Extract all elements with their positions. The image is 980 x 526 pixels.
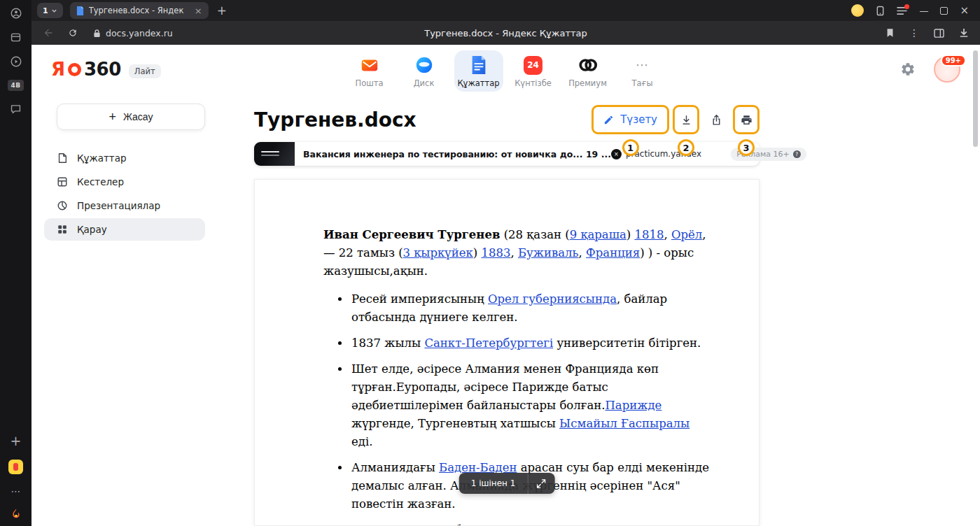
logo-lite-badge: Лайт <box>129 64 161 78</box>
rail-more-icon[interactable]: ⋯ <box>11 486 21 496</box>
tab-close-icon[interactable]: × <box>195 6 202 15</box>
practicum-logo-icon: × <box>611 149 622 159</box>
edit-button[interactable]: Түзету <box>594 108 666 132</box>
share-button[interactable] <box>704 108 728 132</box>
nav-item-mail[interactable]: Пошта <box>345 50 394 92</box>
annotation-box-1: Түзету 1 <box>592 105 669 134</box>
notification-dot <box>904 4 909 9</box>
yandex-360-logo[interactable]: Я 360 Лайт <box>51 59 161 80</box>
doc-link[interactable]: 3 қыркүйек <box>403 246 473 260</box>
doc-favicon <box>76 6 84 15</box>
sidebar-item-label: Құжаттар <box>77 152 127 164</box>
minimize-button[interactable]: — <box>919 6 928 15</box>
doc-link[interactable]: Парижде <box>605 399 662 412</box>
expand-icon <box>537 479 546 488</box>
doc-link[interactable]: Буживаль <box>518 246 579 260</box>
notifications-icon[interactable] <box>897 6 907 15</box>
doc-link[interactable]: Санкт-Петербургтегі <box>424 336 553 350</box>
browser-flame-icon[interactable] <box>10 508 22 520</box>
downloads-icon[interactable] <box>959 28 969 38</box>
nav-item-disk[interactable]: Диск <box>400 50 449 92</box>
rail-plus-icon[interactable]: + <box>10 434 22 448</box>
doc-paragraph: Иван Сергеевич Тургенев (28 қазан (9 қар… <box>323 226 713 280</box>
reload-icon[interactable] <box>68 28 78 38</box>
document-actions: Түзету 1 2 <box>592 105 760 134</box>
create-label: Жасау <box>123 111 153 122</box>
nav-label: Тағы <box>632 78 653 88</box>
dashboard-icon[interactable] <box>10 31 22 43</box>
annotation-number-3: 3 <box>738 139 755 156</box>
panels-icon[interactable] <box>934 29 944 38</box>
fullscreen-button[interactable] <box>528 473 554 494</box>
logo-360: 360 <box>84 59 121 80</box>
nav-item-docs[interactable]: Құжаттар <box>454 50 503 92</box>
profile-avatar[interactable]: 99+ <box>934 56 960 83</box>
doc-text: Иван Сергеевич Тургенев <box>323 228 500 241</box>
tab-group-count: 1 <box>43 6 48 15</box>
gear-icon[interactable] <box>900 62 916 77</box>
download-button[interactable] <box>676 108 696 132</box>
doc-link[interactable]: Орел губерниясында <box>488 292 617 306</box>
doc-link[interactable]: Ысмайыл Ғаспыралы <box>559 417 690 430</box>
doc-link[interactable]: 1883 <box>481 246 510 260</box>
print-button[interactable] <box>736 108 757 132</box>
profile-icon[interactable] <box>10 7 22 20</box>
doc-text: Тургеневтың әдеби орыс тілінде жазылған … <box>351 523 707 526</box>
doc-text: 1837 жылы <box>351 336 424 350</box>
mail-icon <box>359 55 380 76</box>
doc-bullet-item: Шет елде, әсіресе Алмания менен Францияд… <box>350 360 713 451</box>
scrollbar-thumb[interactable] <box>973 50 978 147</box>
tabstrip-right: — × <box>851 4 974 17</box>
docs-icon <box>468 55 489 76</box>
main-column: Тургенев.docx Түзету 1 <box>254 94 760 526</box>
calendar-badge: 24 <box>527 60 539 70</box>
calendar-icon: 24 <box>523 55 544 76</box>
doc-text: ) <box>626 228 635 241</box>
nav-label: Күнтізбе <box>514 78 552 88</box>
back-icon[interactable] <box>43 27 54 38</box>
kebab-menu-icon[interactable]: ⋮ <box>909 28 919 38</box>
4b-badge-icon[interactable]: 4B <box>8 80 23 91</box>
nav-item-calendar[interactable]: 24 Күнтізбе <box>509 50 558 92</box>
sidebar-item-label: Презентациялар <box>77 200 160 211</box>
docs-sidebar: + Жасау Құжаттар <box>31 94 241 526</box>
nav-item-more[interactable]: ⋯ Тағы <box>618 50 667 92</box>
active-tab[interactable]: Тургенев.docx - Яндек × <box>70 2 209 19</box>
notifications-count-badge: 99+ <box>941 55 966 66</box>
phone-sync-icon[interactable] <box>876 6 885 16</box>
sidebar-item-documents[interactable]: Құжаттар <box>44 147 205 169</box>
doc-link[interactable]: 9 қараша <box>570 228 626 241</box>
browser-tab-strip: 1 Тургенев.docx - Яндек × + — <box>31 0 980 21</box>
address-bar: docs.yandex.ru Тургенев.docx - Яндекс Құ… <box>31 21 980 45</box>
doc-text: университетін бітірген. <box>553 336 701 350</box>
annotation-number-2: 2 <box>678 139 694 156</box>
browser-window: 4B + ⋯ 1 Тургенев.docx - Яндек × <box>0 0 980 526</box>
doc-text: , <box>664 228 672 241</box>
video-icon[interactable] <box>10 55 22 68</box>
chat-icon[interactable] <box>10 103 22 115</box>
nav-item-premium[interactable]: Премиум <box>564 50 612 92</box>
close-button[interactable]: × <box>960 6 969 16</box>
url-field[interactable]: docs.yandex.ru <box>93 28 173 38</box>
browser-avatar-icon[interactable] <box>851 4 864 17</box>
new-tab-button[interactable]: + <box>217 5 227 17</box>
nav-label: Құжаттар <box>457 78 499 88</box>
doc-text: еді. <box>351 435 372 448</box>
info-icon[interactable]: ? <box>793 150 801 158</box>
doc-link[interactable]: Орёл <box>671 228 702 241</box>
url-text: docs.yandex.ru <box>106 28 173 38</box>
page-indicator: 1 ішінен 1 <box>459 473 555 494</box>
yandex-app-icon[interactable] <box>8 460 23 474</box>
doc-bullet-item: Тургеневтың әдеби орыс тілінде жазылған … <box>350 521 713 526</box>
annotation-box-3: 3 <box>733 105 760 134</box>
create-button[interactable]: + Жасау <box>57 104 205 130</box>
sidebar-item-view[interactable]: Қарау <box>44 218 205 241</box>
sidebar-item-tables[interactable]: Кестелер <box>44 171 205 193</box>
maximize-button[interactable] <box>940 7 948 15</box>
doc-link[interactable]: 1818 <box>635 228 664 241</box>
sidebar-item-presentations[interactable]: Презентациялар <box>44 194 205 217</box>
chevron-down-icon <box>51 8 57 14</box>
tab-group-chip[interactable]: 1 <box>37 3 63 18</box>
doc-link[interactable]: Франция <box>586 246 640 260</box>
bookmark-icon[interactable] <box>886 28 895 38</box>
